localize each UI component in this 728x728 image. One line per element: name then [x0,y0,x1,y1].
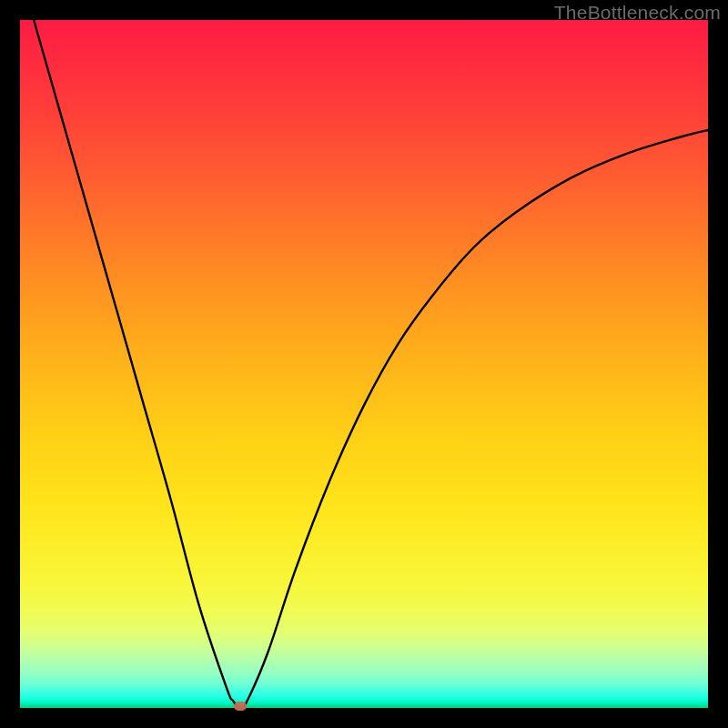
watermark-text: TheBottleneck.com [554,2,721,24]
bottleneck-curve [20,20,708,708]
chart-plot-area [20,20,708,708]
minimum-marker [234,702,247,711]
